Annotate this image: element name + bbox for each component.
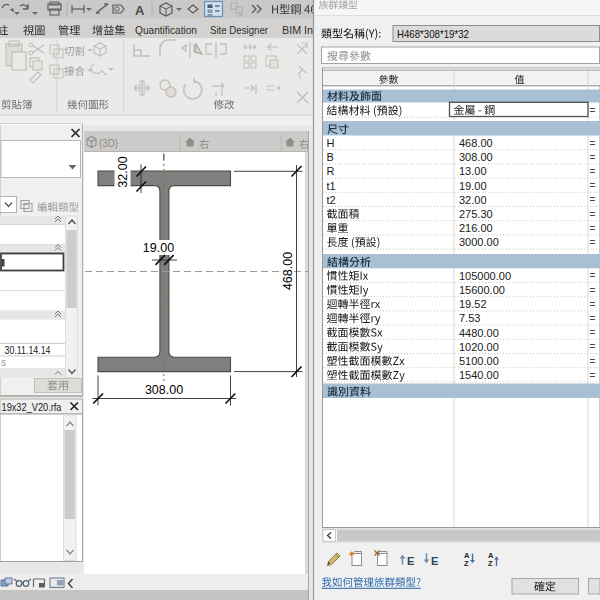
- svg-text:=: =: [590, 356, 596, 367]
- svg-text:E: E: [431, 555, 438, 567]
- svg-text:468.00: 468.00: [459, 137, 493, 149]
- svg-text:Z: Z: [488, 559, 493, 568]
- svg-text:=: =: [590, 138, 596, 149]
- svg-text:105000.00: 105000.00: [459, 270, 511, 282]
- svg-text:=: =: [590, 370, 596, 381]
- svg-text:19x32_V20.rfa: 19x32_V20.rfa: [2, 401, 62, 413]
- svg-text:E: E: [407, 555, 414, 567]
- svg-text:s: s: [1, 357, 6, 368]
- svg-text:=: =: [590, 166, 596, 177]
- svg-text:A: A: [135, 3, 145, 18]
- svg-text:19.00: 19.00: [143, 241, 174, 255]
- svg-text:1540.00: 1540.00: [459, 369, 499, 381]
- svg-text:BIM In: BIM In: [282, 24, 313, 36]
- svg-text:32.00: 32.00: [459, 194, 487, 206]
- svg-text:Quantification: Quantification: [135, 24, 197, 36]
- svg-text:468.00: 468.00: [281, 252, 295, 290]
- svg-text:216.00: 216.00: [459, 222, 493, 234]
- svg-text:=: =: [590, 194, 596, 205]
- svg-text:=: =: [590, 152, 596, 163]
- svg-text:=: =: [590, 299, 596, 310]
- svg-text:t2: t2: [327, 194, 336, 206]
- svg-text:15600.00: 15600.00: [459, 284, 505, 296]
- svg-text:H: H: [327, 137, 335, 149]
- svg-text:1020.00: 1020.00: [459, 341, 499, 353]
- svg-text:=: =: [590, 209, 596, 220]
- svg-text:R: R: [327, 165, 335, 177]
- svg-text:5100.00: 5100.00: [459, 355, 499, 367]
- svg-text:H468*308*19*32: H468*308*19*32: [397, 28, 469, 40]
- svg-text:Site Designer: Site Designer: [210, 24, 268, 36]
- svg-text:B: B: [327, 151, 334, 163]
- svg-text:308.00: 308.00: [145, 383, 183, 397]
- svg-text:19.52: 19.52: [459, 298, 487, 310]
- svg-text:Z: Z: [464, 559, 469, 568]
- svg-text:275.30: 275.30: [459, 208, 493, 220]
- svg-text:t1: t1: [327, 180, 336, 192]
- svg-text:=: =: [590, 237, 596, 248]
- svg-text:19.00: 19.00: [459, 180, 487, 192]
- svg-text:=: =: [590, 341, 596, 352]
- svg-text:7.53: 7.53: [459, 312, 480, 324]
- svg-text:308.00: 308.00: [459, 151, 493, 163]
- svg-text:4480.00: 4480.00: [459, 327, 499, 339]
- svg-text:=: =: [590, 313, 596, 324]
- svg-text:=: =: [590, 327, 596, 338]
- svg-text:=: =: [590, 285, 596, 296]
- svg-text:30.11.14.14: 30.11.14.14: [5, 344, 51, 356]
- svg-text:=: =: [590, 105, 596, 116]
- svg-text:=: =: [590, 270, 596, 281]
- svg-text:{3D}: {3D}: [99, 137, 118, 149]
- svg-text:=: =: [590, 223, 596, 234]
- svg-text:3000.00: 3000.00: [459, 236, 499, 248]
- svg-text:=: =: [590, 180, 596, 191]
- svg-text:13.00: 13.00: [459, 165, 487, 177]
- svg-text:32.00: 32.00: [116, 156, 130, 187]
